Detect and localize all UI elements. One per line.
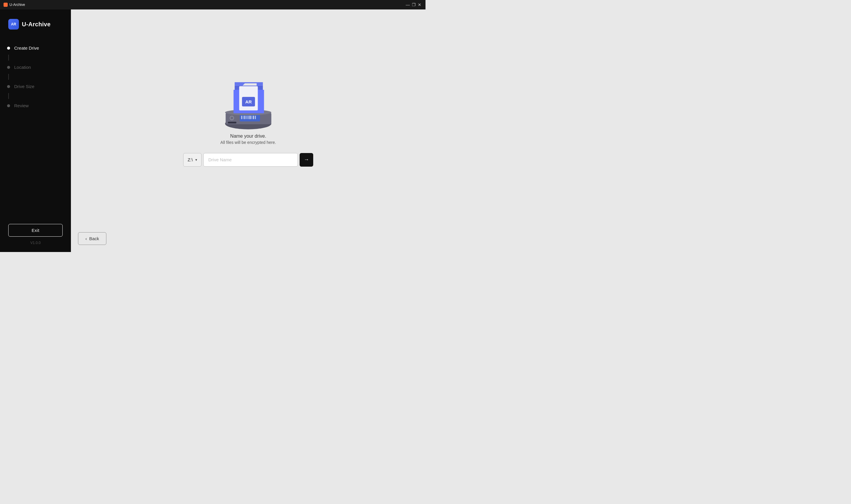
content-subtitle: All files will be encrypted here. <box>220 140 276 145</box>
main-content: AR Name your drive. All files will be en… <box>71 10 426 252</box>
app-body: AR U-Archive Create Drive Location Drive… <box>0 10 426 252</box>
svg-rect-4 <box>241 115 242 119</box>
drive-illustration: AR <box>219 72 278 133</box>
nav-connector-2 <box>8 74 9 80</box>
back-button[interactable]: ‹ Back <box>78 232 106 245</box>
nav-dot-create-drive <box>7 47 10 50</box>
titlebar-text: U-Archive <box>10 3 25 7</box>
version-text: V1.0.0 <box>31 241 41 245</box>
nav-label-drive-size: Drive Size <box>14 84 34 89</box>
input-row: Z:\ C:\ D:\ E:\ ▾ → <box>183 153 313 167</box>
svg-rect-2 <box>228 122 236 123</box>
sidebar-nav: Create Drive Location Drive Size Review <box>0 41 71 217</box>
svg-rect-12 <box>255 115 256 119</box>
svg-rect-9 <box>249 115 251 119</box>
window-controls: — ❐ ✕ <box>405 3 422 7</box>
titlebar: U-Archive — ❐ ✕ <box>0 0 426 10</box>
maximize-button[interactable]: ❐ <box>411 3 416 7</box>
sidebar-footer: Exit V1.0.0 <box>0 217 71 252</box>
sidebar-item-review[interactable]: Review <box>7 99 64 112</box>
drive-select-wrapper[interactable]: Z:\ C:\ D:\ E:\ ▾ <box>183 153 201 167</box>
sidebar-item-drive-size[interactable]: Drive Size <box>7 80 64 93</box>
drive-select[interactable]: Z:\ C:\ D:\ E:\ <box>188 157 194 162</box>
nav-label-location: Location <box>14 65 31 70</box>
sidebar-item-location[interactable]: Location <box>7 60 64 74</box>
minimize-button[interactable]: — <box>405 3 410 7</box>
app-icon <box>3 3 8 7</box>
nav-label-review: Review <box>14 103 29 108</box>
content-title: Name your drive. <box>220 133 276 139</box>
nav-dot-location <box>7 66 10 69</box>
nav-dot-review <box>7 104 10 107</box>
logo-text: U-Archive <box>22 21 51 28</box>
nav-connector-3 <box>8 93 9 99</box>
svg-rect-11 <box>253 115 254 119</box>
logo-icon-text: AR <box>11 22 16 26</box>
nav-dot-drive-size <box>7 85 10 88</box>
sidebar-item-create-drive[interactable]: Create Drive <box>7 41 64 55</box>
svg-point-14 <box>231 116 233 119</box>
content-text: Name your drive. All files will be encry… <box>220 133 276 145</box>
go-icon: → <box>304 157 309 163</box>
svg-rect-6 <box>245 115 246 119</box>
chevron-down-icon: ▾ <box>195 158 197 162</box>
logo-icon: AR <box>8 19 19 30</box>
drive-name-input[interactable] <box>203 153 298 167</box>
back-button-label: Back <box>89 236 99 241</box>
svg-text:AR: AR <box>245 99 252 104</box>
titlebar-title: U-Archive <box>3 3 25 7</box>
svg-rect-5 <box>243 115 243 119</box>
close-button[interactable]: ✕ <box>417 3 422 7</box>
logo-area: AR U-Archive <box>0 10 71 41</box>
nav-connector-1 <box>8 55 9 60</box>
exit-button[interactable]: Exit <box>8 224 62 237</box>
svg-rect-8 <box>248 115 249 119</box>
go-button[interactable]: → <box>300 153 313 167</box>
svg-rect-10 <box>251 115 252 119</box>
nav-label-create-drive: Create Drive <box>14 46 39 51</box>
svg-rect-7 <box>246 115 247 119</box>
back-chevron-icon: ‹ <box>85 236 87 241</box>
bottom-bar: ‹ Back <box>78 232 106 245</box>
sidebar: AR U-Archive Create Drive Location Drive… <box>0 10 71 252</box>
